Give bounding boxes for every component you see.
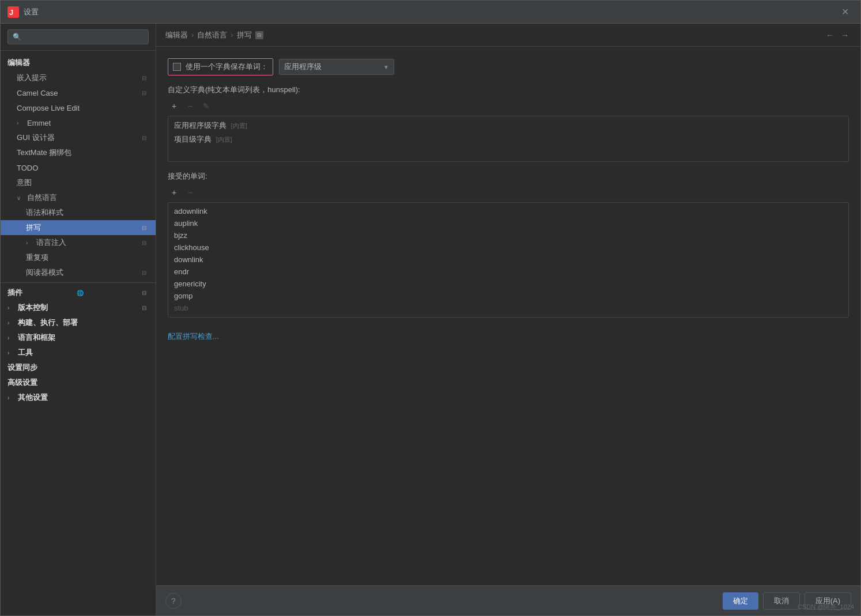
dropdown-arrow-icon: ▼ [383,64,389,70]
plugins-translate-icon: 🌐 [75,288,85,297]
content-header: 编辑器 › 自然语言 › 拼写 ⊟ ← → [156,24,860,47]
sidebar-item-intent[interactable]: 意图 [1,175,156,190]
version-control-icon: ⊟ [139,303,149,312]
footer: ? 确定 取消 应用(A) [156,585,860,615]
add-word-button[interactable]: + [168,186,180,199]
edit-dict-button[interactable]: ✎ [200,100,213,112]
breadcrumb-sep1: › [191,31,194,39]
breadcrumb-sep2: › [231,31,233,39]
dict-level-dropdown[interactable]: 应用程序级 ▼ [279,59,394,75]
word-item-downlink[interactable]: downlink [168,254,848,266]
plugins-label: 插件 [7,288,22,298]
title-bar: J 设置 ✕ [1,1,860,24]
textmate-label: TextMate 捆绑包 [17,148,71,158]
language-injection-label: 语言注入 [36,237,66,248]
dict-item-project-tag: [内置] [216,136,232,143]
sidebar-item-reader-mode[interactable]: 阅读器模式 ⊟ [1,265,156,280]
spelling-icon: ⊟ [139,223,149,232]
reader-mode-label: 阅读器模式 [26,267,63,278]
watermark: CSDN @阿亮_1024 [798,603,854,611]
natural-language-label: 自然语言 [27,192,57,203]
emmet-arrow-icon: › [17,120,25,126]
sidebar-item-todo[interactable]: TODO [1,160,156,175]
sidebar-item-plugins[interactable]: 插件 🌐 ⊟ [1,285,156,300]
sidebar-item-lang-framework[interactable]: › 语言和框架 [1,330,156,345]
word-item-endr[interactable]: endr [168,266,848,278]
word-item-adownlink[interactable]: adownlink [168,205,848,217]
word-item-stub[interactable]: stub [168,302,848,311]
svg-text:J: J [9,8,13,17]
add-dict-button[interactable]: + [168,100,180,112]
lang-framework-arrow-icon: › [7,335,16,341]
sidebar-item-gui-designer[interactable]: GUI 设计器 ⊟ [1,130,156,145]
word-item-auplink[interactable]: auplink [168,217,848,229]
reader-mode-icon: ⊟ [139,268,149,277]
accepted-words-label: 接受的单词: [168,171,849,182]
remove-dict-button[interactable]: − [184,100,197,112]
sidebar-item-duplicates[interactable]: 重复项 [1,250,156,265]
sidebar-item-textmate[interactable]: TextMate 捆绑包 [1,145,156,160]
tools-label: 工具 [18,347,33,358]
dict-item-app-tag: [内置] [231,122,247,129]
remove-word-button[interactable]: − [184,186,197,199]
camel-case-icon: ⊟ [139,88,149,97]
advanced-label: 高级设置 [7,377,37,388]
sidebar-item-natural-language[interactable]: ∨ 自然语言 [1,190,156,205]
nav-tree: 编辑器 嵌入提示 ⊟ Camel Case ⊟ Compose Live Edi… [1,51,156,615]
sidebar-item-settings-sync[interactable]: 设置同步 [1,360,156,375]
sidebar-item-build-run[interactable]: › 构建、执行、部署 [1,315,156,330]
duplicates-label: 重复项 [26,252,48,263]
settings-content: 使用一个字典保存单词： 应用程序级 ▼ 自定义字典(纯文本单词列表，hunspe… [156,47,860,585]
build-run-label: 构建、执行、部署 [18,318,78,328]
gui-designer-icon: ⊟ [139,133,149,142]
sidebar-item-other[interactable]: › 其他设置 [1,390,156,405]
word-item-clickhouse[interactable]: clickhouse [168,241,848,254]
close-button[interactable]: ✕ [837,4,854,20]
build-run-arrow-icon: › [7,320,16,326]
sidebar-item-compose-live-edit[interactable]: Compose Live Edit [1,100,156,115]
help-button[interactable]: ? [165,593,182,609]
breadcrumb-spelling: 拼写 [237,30,252,40]
embed-hint-label: 嵌入提示 [17,73,47,83]
dict-item-app-level[interactable]: 应用程序级字典 [内置] [168,119,848,133]
config-spell-check-link[interactable]: 配置拼写检查... [168,331,219,342]
nav-arrows: ← → [824,29,851,41]
grammar-style-label: 语法和样式 [26,207,63,218]
lang-injection-arrow-icon: › [26,240,34,246]
sidebar-item-advanced[interactable]: 高级设置 [1,375,156,390]
back-button[interactable]: ← [824,29,836,41]
word-item-bjzz[interactable]: bjzz [168,229,848,241]
sidebar-item-editor[interactable]: 编辑器 [1,55,156,70]
sidebar-item-spelling[interactable]: 拼写 ⊟ [1,220,156,235]
search-box [1,24,156,51]
tools-arrow-icon: › [7,350,16,356]
sidebar-item-version-control[interactable]: › 版本控制 ⊟ [1,300,156,315]
dict-item-project-label: 项目级字典 [174,135,212,143]
dict-level-value: 应用程序级 [284,62,383,72]
ok-button[interactable]: 确定 [723,592,758,610]
other-arrow-icon: › [7,395,16,401]
breadcrumb-icon: ⊟ [255,31,263,39]
word-item-genericity[interactable]: genericity [168,278,848,290]
use-single-dict-checkbox[interactable] [173,63,181,71]
dict-item-app-label: 应用程序级字典 [174,121,226,130]
embed-hint-icon: ⊟ [139,73,149,82]
camel-case-label: Camel Case [17,89,58,97]
sidebar-item-emmet[interactable]: › Emmet [1,115,156,130]
sidebar-item-tools[interactable]: › 工具 [1,345,156,360]
lang-framework-label: 语言和框架 [18,332,55,343]
sidebar-item-embed-hint[interactable]: 嵌入提示 ⊟ [1,70,156,85]
content-area: 编辑器 › 自然语言 › 拼写 ⊟ ← → 使用一个 [156,24,860,615]
sidebar-item-camel-case[interactable]: Camel Case ⊟ [1,85,156,100]
use-single-dict-wrapper: 使用一个字典保存单词： [168,58,273,75]
dict-item-project-level[interactable]: 项目级字典 [内置] [168,133,848,146]
intent-label: 意图 [17,177,32,188]
sidebar-item-language-injection[interactable]: › 语言注入 ⊟ [1,235,156,250]
sidebar-item-grammar-style[interactable]: 语法和样式 [1,205,156,220]
settings-window: J 设置 ✕ 编辑器 嵌入提示 ⊟ Camel Case [0,0,861,616]
word-item-gomp[interactable]: gomp [168,290,848,302]
search-input[interactable] [7,29,149,44]
gui-designer-label: GUI 设计器 [17,133,55,143]
forward-button[interactable]: → [839,29,851,41]
cancel-button[interactable]: 取消 [763,592,800,610]
